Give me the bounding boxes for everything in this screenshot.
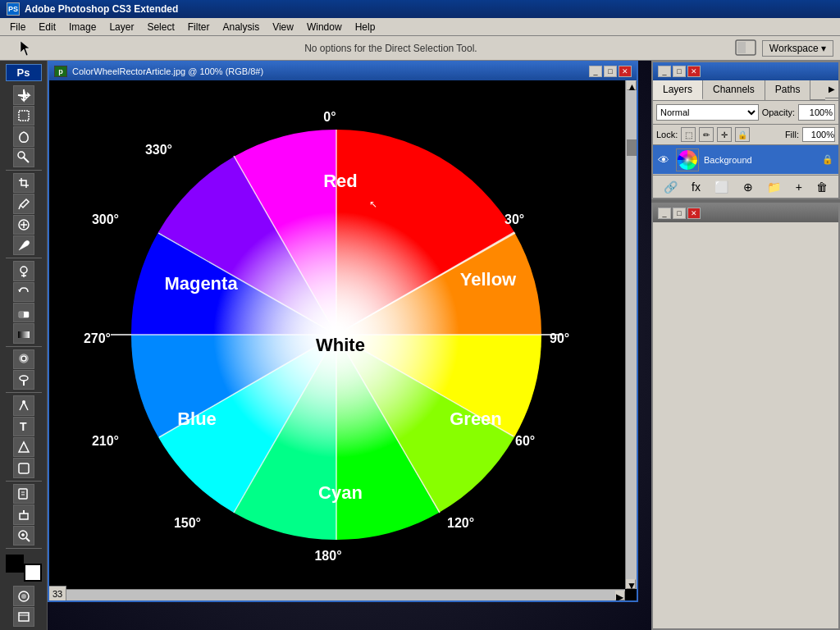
background-color[interactable] <box>24 564 42 582</box>
fg-bg-colors[interactable] <box>6 555 42 582</box>
shape-tool[interactable] <box>13 458 34 477</box>
blur-tool[interactable] <box>13 349 34 369</box>
svg-rect-20 <box>18 331 30 338</box>
layers-maximize-button[interactable]: □ <box>673 66 686 77</box>
scrollbar-right-button[interactable]: ▶ <box>615 591 625 600</box>
pen-tool[interactable] <box>13 395 34 415</box>
workspace-button[interactable]: Workspace ▾ <box>762 40 833 57</box>
fill-input[interactable] <box>802 127 835 142</box>
layer-delete-button[interactable]: 🗑 <box>813 179 831 195</box>
menu-layer[interactable]: Layer <box>103 20 140 34</box>
opacity-input[interactable] <box>798 104 835 121</box>
svg-text:Blue: Blue <box>177 409 217 429</box>
dodge-tool[interactable] <box>13 370 34 390</box>
menu-select[interactable]: Select <box>140 20 180 34</box>
menu-edit[interactable]: Edit <box>32 20 62 34</box>
move-tool[interactable] <box>13 85 34 105</box>
canvas-area: p ColorWheelRectorArticle.jpg @ 100% (RG… <box>48 61 651 630</box>
selection-tool[interactable] <box>13 106 34 126</box>
layer-new-button[interactable]: + <box>792 179 806 195</box>
layer-adjustment-button[interactable]: ⊕ <box>740 179 756 195</box>
text-tool[interactable]: T <box>13 417 34 436</box>
direct-selection-icon <box>18 39 36 57</box>
photo-window: p ColorWheelRectorArticle.jpg @ 100% (RG… <box>48 61 638 602</box>
second-close-button[interactable]: ✕ <box>687 208 701 219</box>
lasso-tool[interactable] <box>13 126 34 146</box>
eyedropper-tool[interactable] <box>13 194 34 213</box>
layer-visibility-toggle[interactable]: 👁 <box>658 153 671 167</box>
svg-text:60°: 60° <box>515 434 535 448</box>
path-selection-tool[interactable] <box>13 437 34 457</box>
svg-point-94 <box>681 153 694 167</box>
gradient-tool[interactable] <box>13 323 34 343</box>
lock-position-button[interactable]: ✛ <box>717 127 732 142</box>
svg-text:150°: 150° <box>174 516 201 530</box>
layer-style-button[interactable]: fx <box>688 179 704 195</box>
eyedropper2-tool[interactable] <box>13 504 34 524</box>
menu-filter[interactable]: Filter <box>181 20 217 34</box>
menu-analysis[interactable]: Analysis <box>216 20 266 34</box>
svg-point-9 <box>18 152 25 158</box>
clone-stamp-tool[interactable] <box>13 261 34 281</box>
photo-maximize-button[interactable]: □ <box>604 66 617 77</box>
blend-mode-select[interactable]: Normal <box>656 104 759 121</box>
quick-mask-tool[interactable] <box>13 586 34 605</box>
foreground-color[interactable] <box>6 555 24 573</box>
screen-mode-tool[interactable] <box>13 607 34 627</box>
svg-text:T: T <box>20 420 27 433</box>
layer-link-button[interactable]: 🔗 <box>660 179 681 195</box>
photo-window-title: ColorWheelRectorArticle.jpg @ 100% (RGB/… <box>72 66 263 76</box>
panel-menu-button[interactable]: ▶ <box>825 80 838 98</box>
notes-tool[interactable] <box>13 484 34 504</box>
brush-tool[interactable] <box>13 235 34 255</box>
svg-text:Red: Red <box>323 171 358 191</box>
lock-image-button[interactable]: ✏ <box>699 127 714 142</box>
layer-thumbnail <box>676 148 699 171</box>
layers-list: 👁 <box>653 145 838 175</box>
options-bar-text: No options for the Direct Selection Tool… <box>48 43 734 54</box>
zoom-tool[interactable] <box>13 526 34 546</box>
menu-image[interactable]: Image <box>62 20 103 34</box>
second-maximize-button[interactable]: □ <box>673 208 686 219</box>
magic-wand-tool[interactable] <box>13 148 34 167</box>
tab-channels[interactable]: Channels <box>703 80 765 100</box>
svg-point-38 <box>21 594 26 599</box>
eraser-tool[interactable] <box>13 303 34 322</box>
scrollbar-down-button[interactable]: ▼ <box>626 579 636 589</box>
menu-window[interactable]: Window <box>300 20 349 34</box>
layers-tabs: Layers Channels Paths ▶ <box>653 80 838 101</box>
layers-bottom: 🔗 fx ⬜ ⊕ 📁 + 🗑 <box>653 175 838 198</box>
history-brush-tool[interactable] <box>13 282 34 302</box>
layer-group-button[interactable]: 📁 <box>764 179 784 195</box>
lock-transparent-button[interactable]: ⬚ <box>681 127 696 142</box>
photo-scrollbar-bottom[interactable]: ◀ ▶ <box>49 589 625 600</box>
workspace-icon <box>734 37 757 60</box>
layers-close-button[interactable]: ✕ <box>687 66 701 77</box>
menu-file[interactable]: File <box>3 20 32 34</box>
photo-content: 0° 30° 90° 60° 120° 180° 150° 210° 270° … <box>49 80 637 600</box>
photo-scrollbar-right[interactable]: ▲ ▼ <box>625 80 637 589</box>
lock-all-button[interactable]: 🔒 <box>735 127 750 142</box>
photo-close-button[interactable]: ✕ <box>619 66 632 77</box>
svg-text:300°: 300° <box>92 212 119 226</box>
svg-text:270°: 270° <box>84 331 111 345</box>
scrollbar-thumb[interactable] <box>627 139 637 156</box>
menu-help[interactable]: Help <box>349 20 382 34</box>
svg-point-23 <box>20 376 28 381</box>
scrollbar-up-button[interactable]: ▲ <box>627 80 637 90</box>
zoom-value: 33 <box>52 589 62 599</box>
crop-tool[interactable] <box>13 173 34 193</box>
second-minimize-button[interactable]: _ <box>658 208 671 219</box>
menu-view[interactable]: View <box>266 20 300 34</box>
healing-brush-tool[interactable] <box>13 215 34 235</box>
layer-mask-button[interactable]: ⬜ <box>711 179 732 195</box>
layers-controls: Normal Opacity: <box>653 101 838 125</box>
layer-item-background[interactable]: 👁 <box>653 145 838 175</box>
layers-minimize-button[interactable]: _ <box>658 66 671 77</box>
photo-minimize-button[interactable]: _ <box>589 66 602 77</box>
tab-layers[interactable]: Layers <box>653 80 703 100</box>
tabs-spacer <box>810 80 825 100</box>
svg-point-25 <box>22 400 25 404</box>
tool-separator-1 <box>6 170 42 171</box>
tab-paths[interactable]: Paths <box>765 80 811 100</box>
